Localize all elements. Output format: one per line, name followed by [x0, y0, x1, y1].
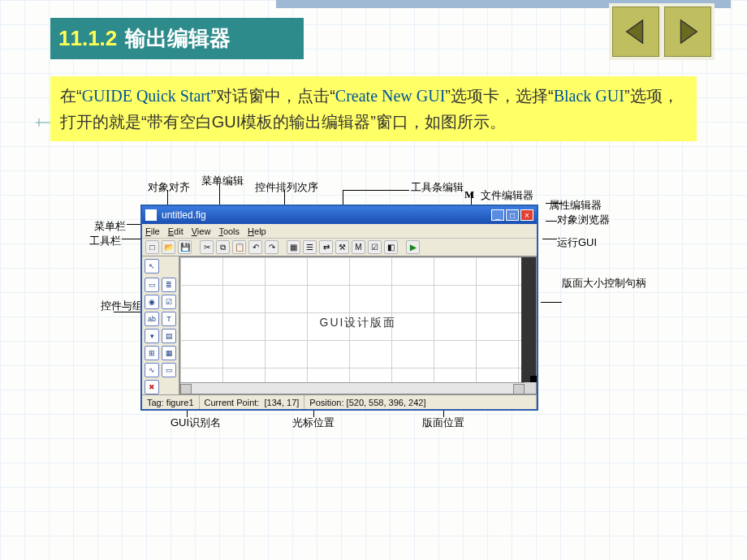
- menu-tools[interactable]: Tools: [218, 226, 240, 236]
- canvas-label: GUI设计版面: [320, 316, 397, 330]
- svg-marker-1: [681, 20, 697, 43]
- palette-axes-icon[interactable]: ∿: [145, 363, 159, 377]
- arrow-left-icon: [622, 18, 650, 45]
- toolbar: □ 📂 💾 ✂ ⧉ 📋 ↶ ↷ ▦ ☰ ⇄ ⚒ M ☑ ◧ ▶: [142, 239, 537, 256]
- palette-listbox-icon[interactable]: ▤: [162, 329, 176, 343]
- tb-menu-editor-icon[interactable]: ☰: [303, 240, 317, 254]
- arrow-right-icon: [674, 18, 702, 45]
- section-heading: 11.1.2输出编辑器: [50, 18, 304, 59]
- tb-copy-icon[interactable]: ⧉: [216, 240, 230, 254]
- layout-canvas[interactable]: GUI设计版面: [179, 256, 537, 394]
- section-number: 11.1.2: [58, 26, 117, 50]
- palette-popup-icon[interactable]: ▾: [145, 329, 159, 343]
- ann-layout-pos: 版面位置: [422, 416, 464, 430]
- guide-window: untitled.fig _ □ × File Edit View Tools …: [140, 205, 538, 411]
- term-guide-quick-start: GUIDE Quick Start: [82, 87, 211, 105]
- svg-marker-0: [627, 20, 643, 43]
- term-black-gui: Black GUI: [554, 87, 624, 105]
- window-icon: [145, 209, 157, 221]
- tb-object-browser-icon[interactable]: ◧: [384, 240, 398, 254]
- ann-control-order: 控件排列次序: [255, 180, 318, 195]
- palette-activex-icon[interactable]: ✖: [145, 380, 159, 394]
- palette-checkbox-icon[interactable]: ☑: [162, 295, 176, 309]
- status-current-point: Current Point: [134, 17]: [200, 395, 305, 409]
- tb-cut-icon[interactable]: ✂: [200, 240, 214, 254]
- ann-menu-editor: 菜单编辑: [201, 174, 244, 188]
- menu-file[interactable]: File: [145, 226, 160, 236]
- tb-paste-icon[interactable]: 📋: [232, 240, 246, 254]
- tb-undo-icon[interactable]: ↶: [248, 240, 262, 254]
- tb-save-icon[interactable]: 💾: [178, 240, 192, 254]
- section-title: 输出编辑器: [125, 26, 231, 50]
- tb-mfile-editor-icon[interactable]: M: [352, 240, 365, 254]
- tb-align-icon[interactable]: ▦: [287, 240, 300, 254]
- close-button[interactable]: ×: [520, 209, 533, 221]
- ann-toolbar: 工具栏: [89, 234, 121, 248]
- ann-m-symbol: M: [464, 188, 474, 201]
- ann-object-align: 对象对齐: [148, 180, 190, 195]
- ann-run-gui: 运行GUI: [557, 235, 597, 250]
- tb-open-icon[interactable]: 📂: [162, 240, 175, 254]
- resize-handle-icon[interactable]: [530, 376, 537, 382]
- statusbar: Tag: figure1 Current Point: [134, 17] Po…: [142, 394, 537, 409]
- window-title-text: untitled.fig: [162, 209, 206, 221]
- ann-cursor-pos: 光标位置: [292, 416, 335, 430]
- palette-toggle-icon[interactable]: ⊞: [145, 346, 159, 360]
- window-titlebar: untitled.fig _ □ ×: [142, 206, 537, 224]
- tb-tab-order-icon[interactable]: ⇄: [319, 240, 333, 254]
- palette-select-icon[interactable]: ↖: [145, 259, 159, 274]
- term-create-new-gui: Create New GUI: [335, 87, 446, 105]
- palette-table-icon[interactable]: ▦: [162, 346, 176, 360]
- ann-menubar: 菜单栏: [94, 219, 126, 234]
- ann-toolbar-editor: 工具条编辑: [411, 180, 464, 195]
- ann-resize-handle: 版面大小控制句柄: [562, 278, 573, 289]
- scroll-corner: [525, 382, 536, 394]
- description-box: 在“GUIDE Quick Start”对话窗中，点击“Create New G…: [50, 76, 697, 141]
- ann-gui-tag: GUI识别名: [171, 416, 221, 430]
- menubar: File Edit View Tools Help: [142, 224, 537, 239]
- guide-editor-figure: 对象对齐 菜单编辑 控件排列次序 工具条编辑 M 文件编辑器 属性编辑器 对象浏…: [89, 180, 641, 432]
- palette-text-icon[interactable]: T: [162, 312, 176, 326]
- h-scrollbar[interactable]: [180, 382, 525, 394]
- palette-slider-icon[interactable]: ≣: [162, 278, 176, 292]
- palette-edit-icon[interactable]: ab: [145, 312, 159, 326]
- component-palette: ↖ ▭≣ ◉☑ abT ▾▤ ⊞▦ ∿▭ ✖: [142, 256, 179, 394]
- ann-object-browser: 对象浏览器: [557, 214, 610, 226]
- ann-palette: 控件与组件: [101, 300, 112, 312]
- menu-view[interactable]: View: [192, 226, 211, 236]
- tb-property-icon[interactable]: ☑: [368, 240, 382, 254]
- slide-nav: [609, 3, 715, 60]
- palette-pushbutton-icon[interactable]: ▭: [145, 278, 159, 292]
- ann-mfile-editor: 文件编辑器: [481, 188, 533, 203]
- prev-slide-button[interactable]: [612, 6, 659, 57]
- tb-new-icon[interactable]: □: [145, 240, 159, 254]
- status-tag: Tag: figure1: [142, 395, 200, 409]
- ann-prop-editor: 属性编辑器: [549, 198, 602, 213]
- tb-run-icon[interactable]: ▶: [406, 240, 420, 254]
- maximize-button[interactable]: □: [506, 209, 519, 221]
- menu-edit[interactable]: Edit: [168, 226, 184, 236]
- tb-redo-icon[interactable]: ↷: [265, 240, 279, 254]
- minimize-button[interactable]: _: [491, 209, 504, 221]
- palette-radio-icon[interactable]: ◉: [145, 295, 159, 309]
- status-position: Position: [520, 558, 396, 242]: [304, 395, 537, 409]
- canvas-dark-right: [521, 257, 536, 382]
- tb-toolbar-editor-icon[interactable]: ⚒: [335, 240, 349, 254]
- workarea: ↖ ▭≣ ◉☑ abT ▾▤ ⊞▦ ∿▭ ✖ GUI设计版面: [142, 256, 537, 394]
- next-slide-button[interactable]: [664, 6, 711, 57]
- palette-panel-icon[interactable]: ▭: [162, 363, 176, 377]
- menu-help[interactable]: Help: [248, 226, 266, 236]
